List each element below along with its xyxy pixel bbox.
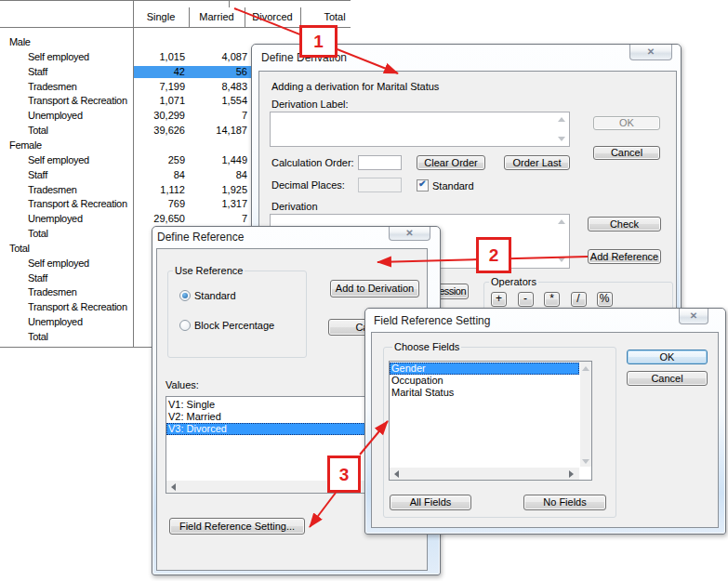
choose-fields-group-label: Choose Fields [392,341,461,353]
scroll-left-icon[interactable] [394,470,399,478]
all-fields-button[interactable]: All Fields [390,495,471,510]
ok-button[interactable]: OK [627,350,708,364]
fields-vscrollbar[interactable] [580,362,591,467]
scroll-down-icon[interactable] [582,459,589,464]
no-fields-button[interactable]: No Fields [523,495,606,510]
fields-list-item[interactable]: Gender [391,363,426,375]
close-icon: ✕ [680,309,708,323]
scroll-up-icon[interactable] [582,366,589,371]
field-reference-setting-title: Field Reference Setting [374,314,490,327]
fields-list-item[interactable]: Occupation [391,375,443,387]
scroll-right-icon[interactable] [569,470,574,478]
cancel-button[interactable]: Cancel [627,371,708,386]
field-reference-setting-close-button[interactable]: ✕ [679,309,708,324]
fields-list-item[interactable]: Marital Status [391,387,454,399]
fields-hscrollbar[interactable] [390,468,579,480]
